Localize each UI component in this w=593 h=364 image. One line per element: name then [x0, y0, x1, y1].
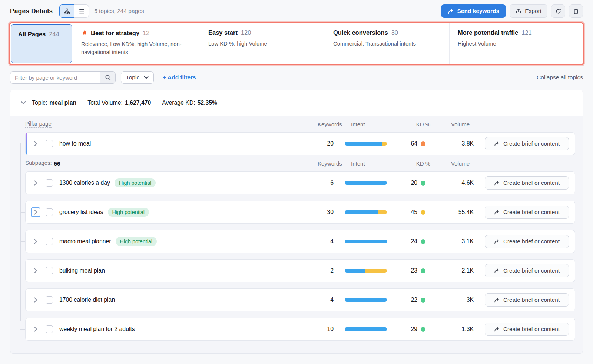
keywords-column-header: Keywords [318, 121, 340, 127]
create-brief-button[interactable]: Create brief or content [485, 206, 569, 219]
kd-value: 24 [411, 238, 417, 245]
kd-dot [421, 210, 425, 215]
expand-chevron[interactable] [31, 295, 40, 305]
pillar-header-row: Pillar page Keywords Intent KD % Volume [25, 116, 575, 132]
export-icon [516, 8, 521, 14]
tab-count: 244 [49, 31, 59, 38]
keywords-count: 2 [311, 267, 334, 274]
refresh-icon [555, 8, 561, 14]
topic-label: Topic: [32, 100, 47, 106]
row-checkbox[interactable] [46, 140, 53, 147]
topic-tab[interactable]: Best for strategy 12 Relevance, Low KD%,… [73, 23, 200, 64]
subpage-rows: 1300 calories a day High potential 6 20 … [18, 171, 575, 341]
tab-count: 120 [241, 29, 251, 36]
tree-view-button[interactable] [59, 4, 74, 18]
row-checkbox[interactable] [46, 267, 53, 274]
table-area: Pillar page Keywords Intent KD % Volume … [10, 116, 583, 351]
search-button[interactable] [100, 71, 116, 84]
subpage-row: macro meal planner High potential 4 24 3… [25, 230, 575, 253]
kd-value: 20 [411, 180, 417, 186]
create-brief-label: Create brief or content [503, 326, 560, 333]
export-button[interactable]: Export [510, 4, 547, 18]
delete-button[interactable] [569, 4, 583, 18]
tab-subtitle: Low KD %, high Volume [208, 40, 317, 48]
expand-chevron[interactable] [31, 178, 40, 188]
row-checkbox[interactable] [46, 208, 53, 216]
tab-label: Quick conversions [333, 29, 388, 36]
topic-collapse-chevron[interactable] [19, 98, 28, 108]
topic-tab[interactable]: All Pages 244 [11, 24, 72, 63]
keywords-count: 30 [311, 209, 334, 216]
create-brief-label: Create brief or content [503, 140, 560, 147]
kd-dot [421, 327, 425, 332]
tab-subtitle: Commercial, Transactional intents [333, 40, 441, 48]
kd-value: 23 [411, 267, 417, 274]
intent-bar [345, 210, 387, 214]
keywords-count: 10 [311, 326, 334, 333]
filter-row: Topic + Add filters Collapse all topics [10, 71, 583, 84]
brief-arrow-icon [494, 141, 500, 146]
kd-value: 45 [411, 209, 417, 216]
row-checkbox[interactable] [46, 179, 53, 187]
brief-arrow-icon [494, 297, 500, 303]
kd-value: 22 [411, 297, 417, 303]
kd-column-header: KD % [405, 160, 432, 167]
topic-tabs: All Pages 244 Best for strategy 12 Relev… [10, 23, 583, 64]
page-name: grocery list ideas [59, 209, 103, 216]
topic-tab[interactable]: Easy start 120 Low KD %, high Volume [200, 23, 325, 64]
row-checkbox[interactable] [46, 296, 53, 304]
row-checkbox[interactable] [46, 325, 53, 333]
create-brief-button[interactable]: Create brief or content [485, 176, 569, 190]
brief-arrow-icon [494, 327, 500, 332]
average-kd-label: Average KD: [162, 100, 195, 106]
volume-value: 55.4K [440, 209, 474, 216]
create-brief-label: Create brief or content [503, 209, 560, 216]
expand-chevron[interactable] [31, 324, 40, 334]
create-brief-button[interactable]: Create brief or content [485, 323, 569, 336]
high-potential-badge: High potential [116, 237, 157, 246]
kd-value: 64 [411, 140, 417, 147]
create-brief-button[interactable]: Create brief or content [485, 235, 569, 248]
row-checkbox[interactable] [46, 238, 53, 245]
expand-chevron[interactable] [31, 207, 40, 217]
refresh-button[interactable] [551, 4, 565, 18]
expand-chevron[interactable] [31, 237, 40, 246]
subpages-count: 56 [54, 160, 60, 167]
expand-chevron[interactable] [31, 139, 40, 148]
topic-tab[interactable]: More potential traffic 121 Highest Volum… [449, 23, 583, 64]
high-potential-badge: High potential [108, 208, 149, 217]
create-brief-button[interactable]: Create brief or content [485, 293, 569, 307]
list-view-button[interactable] [74, 4, 89, 18]
tab-label: All Pages [18, 31, 46, 38]
send-keywords-label: Send keywords [457, 8, 499, 14]
brief-arrow-icon [494, 210, 500, 215]
kd-dot [421, 239, 425, 244]
topic-tab[interactable]: Quick conversions 30 Commercial, Transac… [325, 23, 449, 64]
topbar-actions: Send keywords Export [441, 4, 583, 18]
topic-summary: Topic: meal plan Total Volume: 1,627,470… [32, 100, 217, 106]
search-input[interactable] [10, 71, 100, 84]
chevron-down-icon [144, 76, 149, 79]
subpage-row: 1700 calorie diet plan 4 22 3K Create br… [25, 288, 575, 311]
expand-chevron[interactable] [31, 266, 40, 275]
tab-label: Easy start [208, 29, 238, 36]
export-label: Export [525, 8, 541, 14]
kd-dot [421, 141, 425, 146]
intent-bar [345, 298, 387, 302]
send-keywords-button[interactable]: Send keywords [441, 4, 506, 18]
intent-bar [345, 181, 387, 185]
total-volume-value: 1,627,470 [125, 100, 151, 106]
high-potential-badge: High potential [115, 178, 156, 187]
volume-column-header: Volume [446, 160, 480, 167]
subpage-row: weekly meal plan for 2 adults 10 29 1.3K… [25, 318, 575, 341]
page-name: bulking meal plan [59, 267, 105, 274]
subpage-row: 1300 calories a day High potential 6 20 … [25, 171, 575, 194]
topic-filter-dropdown[interactable]: Topic [121, 71, 154, 84]
keywords-count: 20 [311, 140, 334, 147]
keywords-count: 6 [311, 180, 334, 186]
create-brief-label: Create brief or content [503, 180, 560, 186]
add-filters-link[interactable]: + Add filters [163, 74, 196, 81]
create-brief-button[interactable]: Create brief or content [485, 137, 569, 150]
collapse-all-topics-link[interactable]: Collapse all topics [537, 74, 583, 81]
create-brief-button[interactable]: Create brief or content [485, 264, 569, 277]
